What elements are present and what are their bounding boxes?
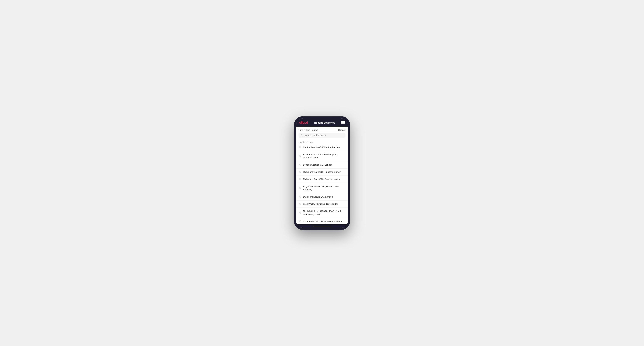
pin-icon — [299, 171, 301, 173]
course-name: Brent Valley Municipal GC, London — [303, 202, 338, 206]
pin-icon — [299, 212, 301, 214]
course-name: North Middlesex GC (1011942 - North Midd… — [303, 210, 345, 216]
course-name: Richmond Park GC - Duke's, London — [303, 178, 340, 181]
list-item[interactable]: Roehampton Club - Roehampton, Greater Lo… — [296, 151, 348, 161]
svg-point-8 — [300, 196, 300, 197]
pin-icon — [299, 196, 301, 198]
course-list: Central London Golf Centre, London Roeha… — [296, 144, 348, 224]
cancel-button[interactable]: Cancel — [338, 129, 345, 131]
app-header: clippd Recent Searches — [296, 118, 348, 127]
svg-point-11 — [300, 221, 300, 221]
find-label: Find a Golf Course — [299, 129, 318, 131]
pin-icon — [299, 187, 301, 189]
svg-point-3 — [300, 156, 300, 156]
list-item[interactable]: London Scottish GC, London — [296, 161, 348, 169]
search-input[interactable] — [304, 134, 343, 137]
svg-line-1 — [302, 136, 303, 136]
search-container — [296, 133, 348, 140]
phone-screen: clippd Recent Searches Find a Golf Cours… — [296, 118, 348, 228]
svg-point-4 — [300, 164, 300, 165]
list-item[interactable]: Richmond Park GC - Prince's, Surrey — [296, 169, 348, 176]
app-title: Recent Searches — [314, 121, 335, 124]
list-item[interactable]: Richmond Park GC - Duke's, London — [296, 176, 348, 183]
course-name: Dukes Meadows GC, London — [303, 195, 333, 198]
list-item[interactable]: Royal Wimbledon GC, Great London Authori… — [296, 183, 348, 193]
list-item[interactable]: North Middlesex GC (1011942 - North Midd… — [296, 208, 348, 218]
content-area: Find a Golf Course Cancel Nearby courses — [296, 127, 348, 224]
list-item[interactable]: Coombe Hill GC, Kingston upon Thames — [296, 218, 348, 224]
phone-device: clippd Recent Searches Find a Golf Cours… — [294, 116, 350, 230]
find-bar: Find a Golf Course Cancel — [296, 127, 348, 133]
pin-icon — [299, 164, 301, 166]
search-input-wrapper — [298, 133, 346, 138]
course-name: Royal Wimbledon GC, Great London Authori… — [303, 185, 345, 191]
list-item[interactable]: Central London Golf Centre, London — [296, 144, 348, 151]
course-name: Roehampton Club - Roehampton, Greater Lo… — [303, 153, 345, 159]
search-icon — [301, 134, 303, 137]
pin-icon — [299, 155, 301, 157]
home-indicator — [296, 224, 348, 228]
course-name: Coombe Hill GC, Kingston upon Thames — [303, 220, 344, 223]
nearby-section-label: Nearby courses — [296, 140, 348, 144]
svg-point-6 — [300, 179, 300, 179]
svg-point-9 — [300, 203, 300, 204]
course-name: Central London Golf Centre, London — [303, 146, 340, 149]
app-logo: clippd — [299, 121, 308, 125]
svg-point-5 — [300, 171, 300, 172]
course-name: Richmond Park GC - Prince's, Surrey — [303, 171, 341, 173]
svg-point-10 — [300, 212, 300, 213]
pin-icon — [299, 146, 301, 149]
svg-point-7 — [300, 187, 300, 188]
pin-icon — [299, 220, 301, 223]
course-name: London Scottish GC, London — [303, 163, 332, 167]
menu-icon[interactable] — [341, 121, 345, 124]
svg-point-2 — [300, 147, 300, 147]
pin-icon — [299, 178, 301, 180]
list-item[interactable]: Brent Valley Municipal GC, London — [296, 200, 348, 208]
pin-icon — [299, 203, 301, 205]
list-item[interactable]: Dukes Meadows GC, London — [296, 193, 348, 200]
